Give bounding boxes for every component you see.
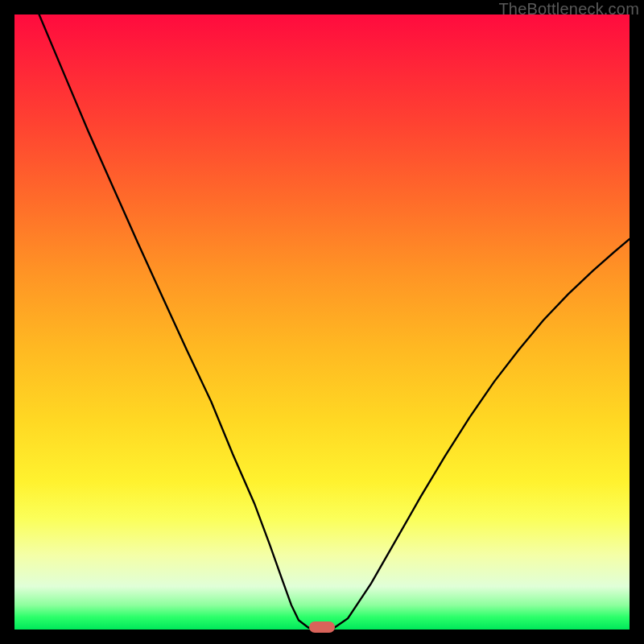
optimum-marker [309, 621, 335, 633]
curve-svg [14, 14, 630, 630]
plot-area [14, 14, 630, 630]
chart-frame: TheBottleneck.com [0, 0, 644, 644]
bottleneck-curve [39, 14, 630, 628]
watermark-text: TheBottleneck.com [498, 0, 639, 19]
